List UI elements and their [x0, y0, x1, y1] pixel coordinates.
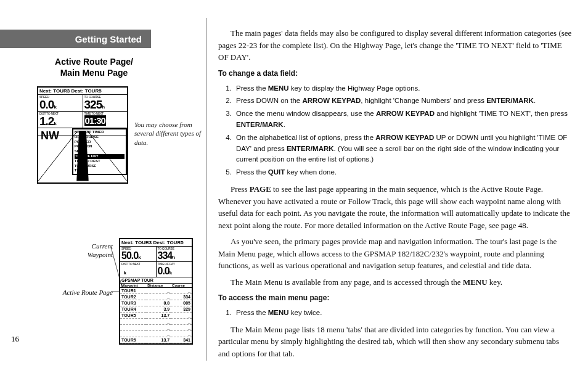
- step-item: Press DOWN on the ARROW KEYPAD, highligh…: [234, 96, 572, 107]
- paragraph: As you've seen, the primary pages provid…: [218, 236, 572, 272]
- step-item: Press the MENU key twice.: [234, 308, 572, 319]
- gps-header: Next: TOUR3 Dest: TOUR5: [38, 88, 127, 95]
- table-row: TOUR30.8005: [120, 300, 192, 306]
- section-header: Getting Started: [0, 30, 151, 48]
- table-row: TOUR43.9329: [120, 306, 192, 313]
- table-row: TOUR2_334: [120, 294, 192, 300]
- main-text-column: The main pages' data fields may also be …: [207, 0, 588, 381]
- waypoint-table: WaypointDistanceCourse TOUR1__TOUR2_334T…: [120, 284, 192, 343]
- table-row: TOUR513.7_: [120, 313, 192, 319]
- table-row: __: [120, 319, 192, 325]
- table-row: TOUR1__: [120, 288, 192, 294]
- subsection-title: Active Route Page/Main Menu Page: [37, 57, 151, 78]
- label-active-route-page: Active Route Page: [59, 289, 113, 296]
- table-row: __: [120, 325, 192, 331]
- step-item: Press the MENU key to display the Highwa…: [234, 83, 572, 94]
- instruction-heading: To access the main menu page:: [218, 292, 572, 303]
- steps-list-1: Press the MENU key to display the Highwa…: [234, 83, 572, 179]
- paragraph: The Main Menu is available from any page…: [218, 276, 572, 289]
- step-item: On the alphabetical list of options, pre…: [234, 133, 572, 165]
- figure-active-route: Next: TOUR3 Dest: TOUR5 SPEED 50.0k TO C…: [119, 238, 193, 345]
- steps-list-2: Press the MENU key twice.: [234, 308, 572, 319]
- table-row: TOUR513.7341: [120, 337, 192, 343]
- label-current-waypoint: Current Waypoint: [79, 242, 113, 260]
- paragraph: Press PAGE to see the last page appearin…: [218, 183, 572, 231]
- step-item: Press the QUIT key when done.: [234, 167, 572, 178]
- figure-highway-page: Next: TOUR3 Dest: TOUR5 SPEED 0.0k TO CO…: [37, 86, 128, 184]
- step-item: Once the menu window disappears, use the…: [234, 109, 572, 131]
- table-row: __: [120, 331, 192, 337]
- page-number: 16: [11, 334, 19, 344]
- left-panel: Getting Started Active Route Page/Main M…: [0, 0, 206, 381]
- direction-label: NW: [38, 128, 127, 144]
- paragraph: The Main Menu page lists 18 menu 'tabs' …: [218, 324, 572, 360]
- instruction-heading: To change a data field:: [218, 68, 572, 79]
- figure-1-caption: You may choose from several different ty…: [134, 120, 202, 147]
- paragraph: The main pages' data fields may also be …: [218, 27, 572, 63]
